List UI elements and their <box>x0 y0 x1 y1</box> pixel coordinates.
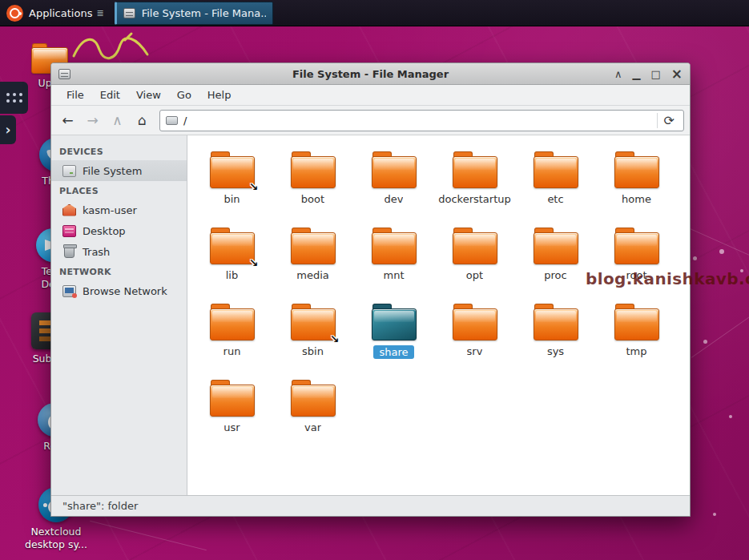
symlink-arrow-icon: ↘ <box>330 332 340 345</box>
sidebar-item-trash[interactable]: Trash <box>51 241 187 262</box>
sidebar-item-desktop[interactable]: Desktop <box>51 220 187 241</box>
file-item-run[interactable]: run <box>191 302 272 378</box>
menu-go[interactable]: Go <box>170 87 199 103</box>
sidebar-item-label: kasm-user <box>83 204 137 216</box>
file-item-proc[interactable]: proc <box>515 226 596 302</box>
wallpaper-dot <box>703 340 707 344</box>
file-item-sys[interactable]: sys <box>515 302 596 378</box>
folder-icon <box>291 380 336 417</box>
folder-icon: ↘ <box>210 151 255 188</box>
file-item-etc[interactable]: etc <box>515 150 596 226</box>
sidebar-header-network: NETWORK <box>51 262 187 280</box>
window-title: File System - File Manager <box>51 68 690 80</box>
close-button[interactable]: × <box>671 67 683 81</box>
file-item-home[interactable]: home <box>596 150 677 226</box>
file-item-lib[interactable]: ↘ lib <box>191 226 272 302</box>
folder-icon <box>614 228 659 264</box>
folder-icon: ↘ <box>291 304 336 340</box>
folder-icon <box>453 304 497 340</box>
file-label: mnt <box>384 269 405 281</box>
menu-file[interactable]: File <box>59 87 91 103</box>
file-item-bin[interactable]: ↘ bin <box>191 150 272 226</box>
sidebar-item-browse-network[interactable]: Browse Network <box>51 280 187 301</box>
file-item-root[interactable]: root <box>596 226 677 302</box>
reload-button[interactable]: ⟳ <box>657 113 678 128</box>
menu-help[interactable]: Help <box>200 87 239 103</box>
drive-icon <box>166 116 178 125</box>
file-item-var[interactable]: var <box>272 378 353 454</box>
file-label: root <box>626 269 646 281</box>
home-button[interactable]: ⌂ <box>131 110 153 131</box>
file-list-view[interactable]: ↘ bin boot dev dockerstartup <box>187 135 690 495</box>
file-item-media[interactable]: media <box>272 226 353 302</box>
wallpaper-dot <box>713 513 716 516</box>
applications-menu-button[interactable]: Applications ≣ <box>0 0 110 26</box>
file-item-mnt[interactable]: mnt <box>353 226 434 302</box>
trash-icon <box>64 246 74 258</box>
chevron-right-icon: › <box>5 122 10 138</box>
folder-icon <box>372 151 417 188</box>
file-label: srv <box>467 345 483 357</box>
file-item-boot[interactable]: boot <box>272 150 353 226</box>
applications-label: Applications <box>29 7 92 19</box>
panel-drag-handle[interactable] <box>0 82 28 114</box>
file-label: boot <box>301 193 324 205</box>
symlink-arrow-icon: ↘ <box>249 180 259 193</box>
top-panel: Applications ≣ File System - File Mana..… <box>0 0 749 26</box>
back-button[interactable]: ← <box>57 110 79 131</box>
sidebar-item-label: Desktop <box>83 225 126 237</box>
sidebar-item-label: File System <box>83 165 142 177</box>
path-bar[interactable]: / ⟳ <box>159 110 684 131</box>
maximize-button[interactable]: □ <box>650 69 660 79</box>
panel-expand-button[interactable]: › <box>0 115 16 144</box>
file-label: sys <box>547 345 564 357</box>
folder-icon <box>453 228 497 264</box>
taskbar-window-button[interactable]: File System - File Mana... <box>115 2 273 25</box>
file-item-usr[interactable]: usr <box>191 378 272 454</box>
file-item-tmp[interactable]: tmp <box>596 302 677 378</box>
menu-view[interactable]: View <box>129 87 168 103</box>
desktop-folder-icon <box>62 225 76 237</box>
screen: › Up... Thu... Tel... De... Subli... Re.… <box>0 0 749 560</box>
menu-list-icon: ≣ <box>96 8 103 18</box>
folder-icon <box>534 151 578 188</box>
sidebar-item-file-system[interactable]: File System <box>51 160 187 181</box>
folder-icon <box>534 228 578 264</box>
symlink-arrow-icon: ↘ <box>249 256 259 269</box>
file-item-opt[interactable]: opt <box>434 226 515 302</box>
file-label: dev <box>385 193 404 205</box>
desktop-icon-label: desktop sy... <box>25 538 87 551</box>
folder-icon <box>453 151 497 188</box>
home-folder-icon <box>62 204 76 216</box>
network-icon <box>62 285 76 297</box>
sidebar: DEVICES File System PLACES kasm-user Des… <box>51 135 187 495</box>
shade-button[interactable]: ∧ <box>614 69 622 79</box>
minimize-button[interactable]: ▁ <box>632 69 640 79</box>
sidebar-item-label: Trash <box>83 246 110 258</box>
forward-button[interactable]: → <box>82 110 103 131</box>
drive-icon <box>62 165 76 177</box>
file-label: sbin <box>302 345 324 357</box>
wallpaper-squiggle <box>69 30 157 66</box>
file-label: var <box>304 421 321 433</box>
up-button[interactable]: ∧ <box>107 110 128 131</box>
file-label: run <box>223 345 241 357</box>
folder-icon <box>534 304 578 340</box>
title-bar[interactable]: File System - File Manager ∧ ▁ □ × <box>51 63 690 85</box>
file-item-share[interactable]: share <box>353 302 434 378</box>
file-label: opt <box>466 269 483 281</box>
sidebar-item-kasm-user[interactable]: kasm-user <box>51 199 187 220</box>
file-item-sbin[interactable]: ↘ sbin <box>272 302 353 378</box>
menu-edit[interactable]: Edit <box>93 87 127 103</box>
file-label: home <box>622 193 651 205</box>
file-item-dev[interactable]: dev <box>353 150 434 226</box>
file-item-srv[interactable]: srv <box>434 302 515 378</box>
folder-icon <box>210 304 255 340</box>
folder-icon: ↘ <box>210 228 255 264</box>
file-label: media <box>296 269 329 281</box>
file-item-dockerstartup[interactable]: dockerstartup <box>434 150 515 226</box>
path-text: / <box>183 115 651 127</box>
file-label-selected: share <box>373 345 413 359</box>
file-label: etc <box>547 193 563 205</box>
folder-icon <box>614 151 659 188</box>
